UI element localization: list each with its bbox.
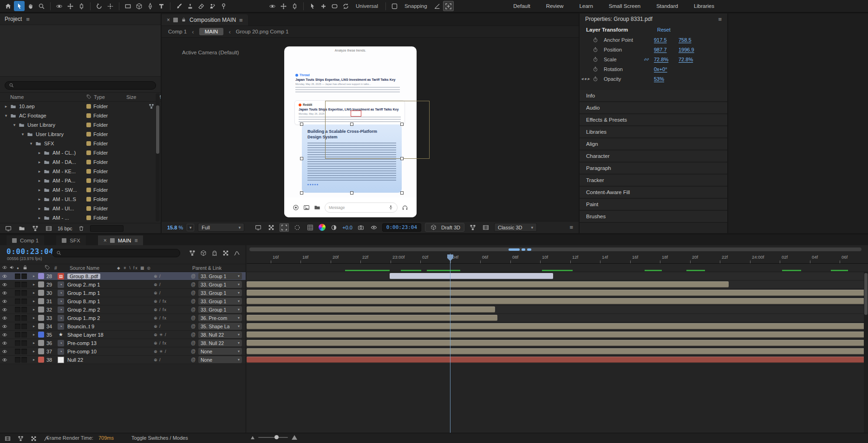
workspace-button[interactable]: Learn <box>579 3 593 9</box>
selection-handle[interactable] <box>400 123 404 126</box>
parent-dropdown[interactable]: 35. Shape La▾ <box>198 323 242 330</box>
layer-row[interactable]: ▸ 32 ◔ Group 2..mp 2 ⊕ / fx @ 33. Group … <box>0 306 246 314</box>
brush-tool[interactable] <box>174 1 184 11</box>
draft-3d-toggle[interactable]: Draft 3D <box>425 223 464 232</box>
visibility-eye-icon[interactable] <box>2 324 8 329</box>
new-folder-icon[interactable] <box>17 224 26 233</box>
layer-track[interactable] <box>247 347 868 356</box>
layer-disclosure-arrow[interactable]: ▸ <box>31 332 37 337</box>
label-color-swatch[interactable] <box>38 340 44 346</box>
snap-target-tool[interactable] <box>443 1 454 11</box>
eye-column-icon[interactable] <box>2 265 7 271</box>
layer-track[interactable] <box>247 306 868 314</box>
layer-duration-bar[interactable] <box>247 306 495 313</box>
comp-marker-icon[interactable] <box>199 249 208 257</box>
pan-camera-tool[interactable] <box>65 1 76 11</box>
solo-well[interactable] <box>15 274 20 279</box>
graph-editor-icon[interactable] <box>232 249 241 257</box>
panel-section[interactable]: Paragraph <box>580 163 727 175</box>
label-color-swatch[interactable] <box>38 348 44 354</box>
visibility-eye-icon[interactable] <box>2 274 8 279</box>
rounded-rect-gizmo-tool[interactable] <box>329 1 340 11</box>
footage-status-icon[interactable] <box>3 434 12 443</box>
visibility-eye-icon[interactable] <box>2 315 8 321</box>
layer-track[interactable] <box>247 272 868 280</box>
parent-dropdown[interactable]: None▾ <box>198 356 242 363</box>
transparency-status-icon[interactable] <box>29 434 38 443</box>
rectangle-tool[interactable] <box>123 1 133 11</box>
lock-well[interactable] <box>21 290 27 296</box>
panel-section[interactable]: Content-Aware Fill <box>580 187 727 199</box>
type-tool[interactable] <box>156 1 167 11</box>
zoom-out-icon[interactable] <box>251 436 255 439</box>
panel-section[interactable]: Info <box>580 90 727 102</box>
solo-well[interactable] <box>15 357 20 363</box>
universal-select-tool[interactable] <box>307 1 318 11</box>
project-tree-row[interactable]: ▸ AM - KE... Folder <box>0 167 161 176</box>
layer-row[interactable]: ▸ 30 ◔ Group 1..mp 1 ⊕ / @ 33. Group 1▾ <box>0 289 246 297</box>
layer-track[interactable] <box>247 331 868 339</box>
layer-disclosure-arrow[interactable]: ▸ <box>31 324 37 328</box>
visibility-eye-icon[interactable] <box>2 307 8 313</box>
selection-handle[interactable] <box>300 191 303 195</box>
disclosure-arrow[interactable]: ▸ <box>36 197 43 202</box>
color-management-icon[interactable] <box>319 224 326 231</box>
solo-well[interactable] <box>15 282 20 287</box>
layer-name[interactable]: Null 22 <box>67 357 154 363</box>
draft-icon[interactable] <box>210 249 219 257</box>
workspace-button[interactable]: Standard <box>656 3 678 9</box>
layer-track[interactable] <box>247 280 868 289</box>
label-color-swatch[interactable] <box>38 357 44 363</box>
layer-disclosure-arrow[interactable]: ▸ <box>31 341 37 345</box>
pickwhip-icon[interactable]: @ <box>191 349 198 354</box>
stopwatch-icon[interactable] <box>593 37 598 43</box>
add-gizmo-tool[interactable] <box>318 1 329 11</box>
label-color-swatch[interactable] <box>38 281 44 287</box>
layer-name[interactable]: Group 2..mp 1 <box>67 282 154 287</box>
visibility-eye-icon[interactable] <box>2 299 8 304</box>
property-value[interactable]: 72.8% <box>654 57 668 62</box>
disclosure-arrow[interactable]: ▾ <box>28 141 34 146</box>
footage-icon[interactable] <box>44 224 53 233</box>
visibility-eye-icon[interactable] <box>2 340 8 346</box>
headphones-icon[interactable] <box>402 204 408 211</box>
visibility-eye-icon[interactable] <box>2 290 8 296</box>
timeline-track-area[interactable]: 16f18f20f22f23:00f02f04f06f08f10f12f14f1… <box>247 245 868 433</box>
layer-duration-bar[interactable] <box>247 323 868 329</box>
pickwhip-icon[interactable]: @ <box>191 315 198 320</box>
close-icon[interactable]: × <box>167 17 170 23</box>
lock-well[interactable] <box>21 357 27 363</box>
solo-well[interactable] <box>15 324 20 329</box>
orbit-around-cursor-tool[interactable] <box>267 1 278 11</box>
layer-duration-bar[interactable] <box>247 315 497 321</box>
time-navigator[interactable] <box>249 248 861 251</box>
disclosure-arrow[interactable]: ▾ <box>3 113 9 118</box>
disclosure-arrow[interactable]: ▸ <box>36 169 43 174</box>
panel-menu-icon[interactable]: ≡ <box>134 237 137 244</box>
layer-disclosure-arrow[interactable]: ▸ <box>31 282 37 287</box>
new-composition-icon[interactable] <box>31 224 40 233</box>
selection-tool[interactable] <box>14 1 25 11</box>
project-search-input[interactable] <box>17 83 152 88</box>
zoom-in-icon[interactable] <box>292 435 297 440</box>
layer-track[interactable] <box>247 314 868 322</box>
renderer-dropdown[interactable]: Classic 3D▾ <box>494 223 537 232</box>
snapping-toggle[interactable] <box>389 1 400 11</box>
current-timecode[interactable]: 0:00:23:04 <box>7 247 53 256</box>
transparency-icon[interactable] <box>221 249 230 257</box>
project-tree-row[interactable]: ▸ AM - UI..S Folder <box>0 195 161 204</box>
layer-name[interactable]: Group 1..mp 2 <box>67 315 154 321</box>
magnification-value[interactable]: 15.8 % <box>167 225 183 230</box>
timeline-tab[interactable]: Comp 1 <box>7 235 44 245</box>
lock-well[interactable] <box>21 282 27 287</box>
exposure-icon[interactable] <box>329 223 339 232</box>
rotation-tool[interactable] <box>94 1 104 11</box>
layer-switches[interactable]: ⊕ / fx <box>154 307 191 312</box>
parent-dropdown[interactable]: 38. Null 22▾ <box>198 339 242 346</box>
playhead[interactable] <box>450 254 450 433</box>
trash-icon[interactable] <box>77 224 86 233</box>
parent-dropdown[interactable]: 33. Group 1▾ <box>198 273 242 280</box>
parent-dropdown[interactable]: 36. Pre-com▾ <box>198 314 242 321</box>
lock-well[interactable] <box>21 315 27 321</box>
column-type[interactable]: Type <box>86 94 105 100</box>
